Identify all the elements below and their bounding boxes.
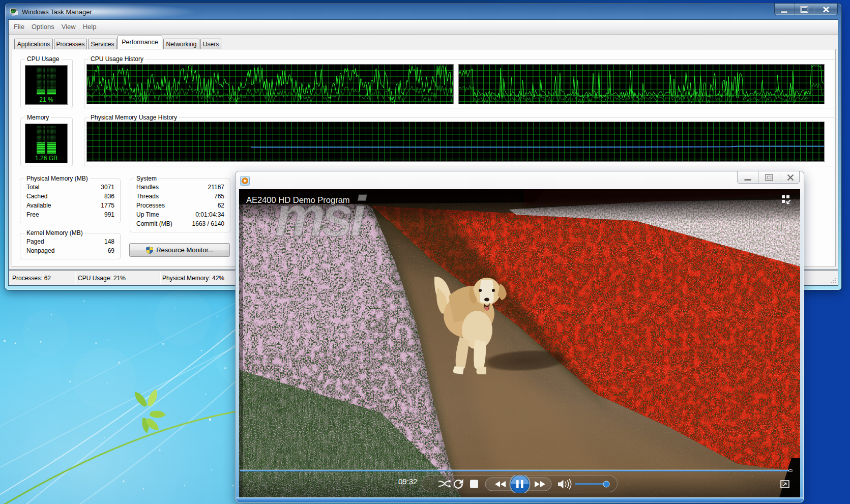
svg-text:AE2400 HD Demo Program: AE2400 HD Demo Program <box>246 195 350 204</box>
